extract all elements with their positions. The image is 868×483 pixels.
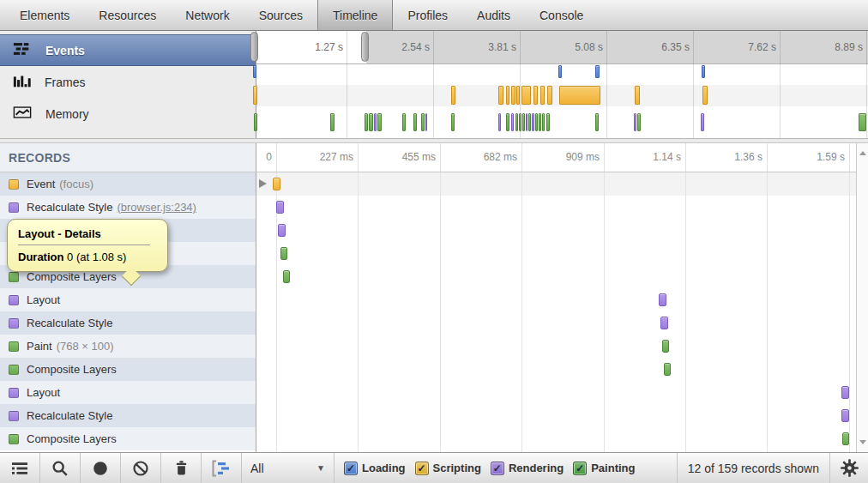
record-label: Composite Layers — [27, 270, 117, 283]
overview-scripting-bar — [540, 86, 545, 105]
selection-left-handle[interactable] — [250, 32, 258, 62]
overview-rendering-bar — [498, 113, 501, 131]
record-label: Paint — [27, 340, 52, 353]
tab-console[interactable]: Console — [525, 0, 598, 30]
record-bar-rendering[interactable] — [841, 386, 849, 399]
record-bar-painting[interactable] — [280, 247, 287, 260]
tooltip-duration-label: Duration — [18, 251, 63, 263]
loading-checkbox-icon[interactable]: ✓ — [344, 462, 358, 475]
tab-elements[interactable]: Elements — [5, 0, 84, 30]
gridline — [358, 143, 359, 172]
sidebar-item-label: Frames — [45, 75, 85, 89]
ruler-tick-label: 5.08 s — [575, 31, 606, 63]
gridline — [767, 172, 768, 452]
sidebar-item-memory[interactable]: Memory — [0, 98, 256, 130]
record-list-item[interactable]: Recalculate Style — [0, 404, 256, 427]
trash-button[interactable] — [161, 453, 202, 483]
tab-sources[interactable]: Sources — [244, 0, 317, 30]
record-bar-painting[interactable] — [664, 363, 671, 376]
overview-rendering-bar — [526, 113, 527, 131]
record-list-item[interactable]: Layout — [0, 288, 256, 311]
overview-painting-bar — [595, 113, 599, 131]
record-bar-rendering[interactable] — [278, 224, 286, 237]
overview-scripting-bar — [559, 86, 600, 105]
settings-button[interactable] — [829, 453, 868, 483]
record-bar-painting[interactable] — [842, 432, 849, 445]
scroll-down-icon[interactable] — [859, 440, 866, 444]
overview-unselected-shade — [366, 31, 868, 63]
ruler-tick-label: 3.81 s — [488, 31, 520, 63]
tab-timeline[interactable]: Timeline — [317, 0, 393, 30]
rendering-checkbox-icon[interactable]: ✓ — [491, 462, 504, 475]
selection-right-handle[interactable] — [361, 32, 369, 62]
record-list-item[interactable]: Recalculate Style(browser.js:234) — [0, 196, 256, 219]
devtools-tab-bar: ElementsResourcesNetworkSourcesTimelineP… — [0, 0, 868, 31]
scroll-up-icon[interactable] — [859, 151, 866, 155]
overview-scripting-bar — [635, 86, 640, 105]
record-list-item[interactable]: Event(focus) — [0, 172, 256, 196]
record-button[interactable] — [81, 453, 121, 483]
tab-resources[interactable]: Resources — [84, 0, 171, 30]
record-bar-rendering[interactable] — [841, 409, 849, 422]
sidebar-item-frames[interactable]: Frames — [0, 66, 256, 98]
checkbox-label: Painting — [591, 462, 635, 474]
overview-rendering-bar — [425, 113, 427, 131]
overview-scripting-bar — [253, 86, 257, 105]
trash-icon — [172, 459, 190, 477]
tab-profiles[interactable]: Profiles — [393, 0, 462, 30]
overview-painting-bar — [515, 113, 518, 131]
expand-arrow-icon[interactable] — [259, 179, 267, 188]
checkbox-loading[interactable]: ✓Loading — [344, 462, 406, 475]
record-source-link[interactable]: (browser.js:234) — [117, 201, 196, 214]
record-bar-rendering[interactable] — [276, 201, 284, 214]
overview-painting-bar — [451, 113, 455, 131]
record-list-item[interactable]: Recalculate Style — [0, 311, 256, 335]
sidebar-item-label: Events — [45, 44, 85, 57]
ruler-tick-label: 909 ms — [566, 143, 604, 172]
overview-graph: 1.27 s2.54 s3.81 s5.08 s6.35 s7.62 s8.89… — [256, 31, 868, 138]
timeline-filter-button[interactable] — [202, 453, 242, 483]
sidebar-item-events[interactable]: Events — [0, 34, 256, 66]
search-button[interactable] — [40, 453, 81, 483]
record-list-item[interactable]: Composite Layers — [0, 358, 256, 381]
record-list-item[interactable]: Paint(768 × 100) — [0, 335, 256, 358]
record-list-item[interactable]: Composite Layers — [0, 427, 256, 450]
record-bar-rendering[interactable] — [660, 317, 668, 329]
ruler-tick-label: 0 — [266, 143, 276, 172]
overview-scripting-bar — [521, 86, 531, 105]
checkbox-scripting[interactable]: ✓Scripting — [415, 462, 481, 475]
gridline — [521, 143, 522, 172]
record-list-item[interactable]: Layout — [0, 381, 256, 404]
tab-audits[interactable]: Audits — [462, 0, 525, 30]
record-bar-painting[interactable] — [662, 340, 669, 353]
record-bar-painting[interactable] — [283, 270, 290, 283]
tooltip-duration-line: Duration 0 (at 1.08 s) — [8, 245, 167, 271]
ruler-tick-label: 1.59 s — [817, 143, 849, 172]
record-bar-rendering[interactable] — [659, 293, 666, 306]
checkbox-painting[interactable]: ✓Painting — [573, 462, 635, 475]
gridline — [780, 31, 781, 138]
tab-network[interactable]: Network — [171, 0, 244, 30]
gridline — [604, 172, 605, 452]
gridline — [358, 172, 359, 452]
tooltip-duration-value: 0 (at 1.08 s) — [63, 251, 126, 263]
scripting-checkbox-icon[interactable]: ✓ — [415, 462, 429, 475]
checkbox-rendering[interactable]: ✓Rendering — [491, 462, 564, 475]
ruler-tick-label: 8.89 s — [835, 31, 866, 63]
rendering-swatch-icon — [9, 411, 19, 421]
records-filter-dropdown[interactable]: All ▼ — [242, 453, 335, 483]
record-bar-scripting[interactable] — [273, 178, 280, 190]
ruler-tick-label: 2.54 s — [401, 31, 433, 63]
records-scrollbar[interactable] — [856, 143, 868, 452]
rendering-swatch-icon — [9, 202, 19, 213]
rendering-swatch-icon — [9, 388, 19, 398]
records-count-status: 12 of 159 records shown — [677, 453, 829, 483]
sidebar-item-label: Memory — [45, 107, 89, 121]
painting-checkbox-icon[interactable]: ✓ — [573, 462, 587, 475]
record-label: Event — [27, 178, 55, 190]
clear-button[interactable] — [121, 453, 161, 483]
overview-painting-bar — [402, 113, 406, 131]
overview-loading-bar — [558, 65, 562, 78]
overview-painting-bar — [528, 113, 531, 131]
drawer-button[interactable] — [0, 453, 40, 483]
